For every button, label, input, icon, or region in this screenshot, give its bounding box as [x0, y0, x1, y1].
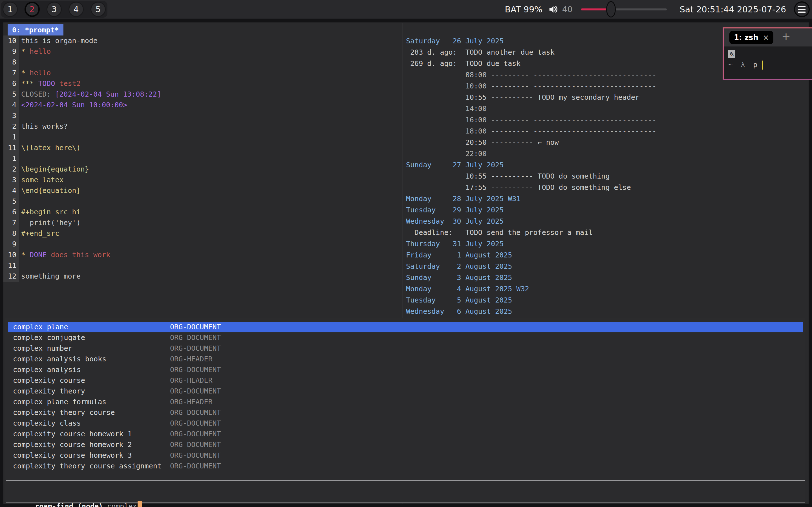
volume-slider[interactable]: [581, 8, 667, 10]
terminal-body[interactable]: % ~ λ p: [724, 47, 812, 69]
code-line[interactable]: 9* hello: [3, 46, 402, 57]
code-line[interactable]: 12something more: [3, 271, 402, 282]
completion-item[interactable]: complexity course homework 1ORG-DOCUMENT: [8, 429, 803, 439]
completion-item[interactable]: complexity courseORG-HEADER: [8, 375, 803, 386]
line-number: 6: [3, 78, 19, 89]
completion-tag: ORG-DOCUMENT: [170, 418, 221, 429]
agenda-row[interactable]: Tuesday 29 July 2025: [403, 205, 809, 216]
completion-item[interactable]: complexity course homework 2ORG-DOCUMENT: [8, 439, 803, 450]
org-buffer-window[interactable]: 10this is organ-mode9* hello87* hello6**…: [3, 36, 402, 282]
completion-tag: ORG-DOCUMENT: [170, 332, 221, 343]
agenda-row[interactable]: 10:00 --------- ------------------------…: [403, 80, 809, 92]
agenda-row[interactable]: 22:00 --------- ------------------------…: [403, 148, 809, 159]
completion-item[interactable]: complex conjugateORG-DOCUMENT: [8, 332, 803, 343]
completion-name: complexity course homework 2: [13, 441, 132, 449]
completion-tag: ORG-DOCUMENT: [170, 450, 221, 461]
line-number: 10: [3, 249, 19, 260]
completion-tag: ORG-DOCUMENT: [170, 364, 221, 375]
code-line[interactable]: 3: [3, 110, 402, 121]
agenda-row[interactable]: Thursday 31 July 2025: [403, 238, 809, 249]
workspace-button-1[interactable]: 1: [3, 2, 18, 17]
syntax-segment: DONE: [30, 251, 51, 259]
workspace-button-2[interactable]: 2: [24, 2, 40, 17]
agenda-row[interactable]: Tuesday 5 August 2025: [403, 295, 809, 306]
code-line[interactable]: 10* DONE does this work: [3, 249, 402, 260]
completion-item[interactable]: complexity theoryORG-DOCUMENT: [8, 386, 803, 397]
agenda-row[interactable]: 18:00 --------- ------------------------…: [403, 126, 809, 137]
line-text: #+begin_src hi: [19, 207, 81, 217]
line-text: [19, 260, 21, 271]
completion-item[interactable]: complexity theory courseORG-DOCUMENT: [8, 407, 803, 418]
agenda-row[interactable]: 16:00 --------- ------------------------…: [403, 114, 809, 126]
agenda-row[interactable]: Wednesday 6 August 2025: [403, 306, 809, 317]
code-line[interactable]: 4<2024-02-04 Sun 10:00:00>: [3, 100, 402, 110]
minibuffer-prompt-line[interactable]: roam-find (node) complex: [10, 486, 142, 500]
code-line[interactable]: 1: [3, 132, 402, 143]
line-number: 1: [3, 132, 19, 143]
code-line[interactable]: 6#+begin_src hi: [3, 207, 402, 217]
agenda-row[interactable]: Wednesday 30 July 2025: [403, 216, 809, 227]
line-number: 9: [3, 239, 19, 249]
hamburger-menu-button[interactable]: [794, 1, 810, 17]
terminal-tab[interactable]: 1: zsh ×: [729, 31, 773, 44]
code-line[interactable]: 2\begin{equation}: [3, 164, 402, 175]
completion-item[interactable]: complexity course homework 3ORG-DOCUMENT: [8, 450, 803, 461]
code-line[interactable]: 11: [3, 260, 402, 271]
completion-item[interactable]: complexity classORG-DOCUMENT: [8, 418, 803, 429]
volume-slider-thumb[interactable]: [606, 1, 616, 17]
code-line[interactable]: 7* hello: [3, 68, 402, 78]
agenda-row[interactable]: 14:00 --------- ------------------------…: [403, 103, 809, 114]
completion-item[interactable]: complex plane formulasORG-HEADER: [8, 397, 803, 407]
completion-item[interactable]: complex planeORG-DOCUMENT: [8, 322, 803, 332]
code-line[interactable]: 9: [3, 239, 402, 249]
prompt-input[interactable]: complex: [107, 502, 137, 507]
agenda-row[interactable]: Monday 4 August 2025 W32: [403, 283, 809, 295]
agenda-row[interactable]: Sunday 27 July 2025: [403, 159, 809, 171]
agenda-row[interactable]: 20:50 ---------- ← now: [403, 137, 809, 148]
code-line[interactable]: 5: [3, 196, 402, 207]
completion-item[interactable]: complex analysis booksORG-HEADER: [8, 354, 803, 364]
code-line[interactable]: 10this is organ-mode: [3, 36, 402, 46]
terminal-input[interactable]: p: [753, 61, 757, 69]
agenda-row[interactable]: Friday 1 August 2025: [403, 249, 809, 261]
agenda-row[interactable]: 10:55 ---------- TODO do something: [403, 171, 809, 182]
line-number: 8: [3, 57, 19, 68]
code-line[interactable]: 5CLOSED: [2024-02-04 Sun 13:08:22]: [3, 89, 402, 100]
code-line[interactable]: 11\(latex here\): [3, 143, 402, 153]
code-line[interactable]: 1: [3, 153, 402, 164]
close-icon[interactable]: ×: [763, 33, 769, 42]
buffer-tab[interactable]: 0: *prompt*: [8, 24, 63, 36]
completion-item[interactable]: complex analysisORG-DOCUMENT: [8, 364, 803, 375]
code-line[interactable]: 2this works?: [3, 121, 402, 132]
agenda-row[interactable]: Sunday 3 August 2025: [403, 272, 809, 283]
line-text: \begin{equation}: [19, 164, 89, 175]
agenda-row[interactable]: 17:55 ---------- TODO do something else: [403, 182, 809, 193]
code-line[interactable]: 8: [3, 57, 402, 68]
completion-item[interactable]: complex numberORG-DOCUMENT: [8, 343, 803, 354]
speaker-icon[interactable]: [548, 4, 559, 15]
code-line[interactable]: 7 print('hey'): [3, 217, 402, 228]
line-number: 5: [3, 196, 19, 207]
workspace-button-3[interactable]: 3: [47, 2, 62, 17]
top-bar: 12345 BAT 99% 40 Sat 20:51:44 2025-07-26: [0, 0, 812, 18]
line-text: [19, 132, 21, 143]
completion-tag: ORG-HEADER: [170, 354, 213, 364]
completion-item[interactable]: complexity theory course assignmentORG-D…: [8, 461, 803, 471]
agenda-row[interactable]: Deadline: TODO send the professor a mail: [403, 227, 809, 238]
agenda-row[interactable]: Monday 28 July 2025 W31: [403, 193, 809, 205]
code-line[interactable]: 6*** TODO test2: [3, 78, 402, 89]
terminal-prompt-line[interactable]: ~ λ p: [728, 61, 812, 69]
code-line[interactable]: 4\end{equation}: [3, 185, 402, 196]
workspace-button-4[interactable]: 4: [68, 2, 84, 17]
code-line[interactable]: 3some latex: [3, 175, 402, 185]
new-tab-icon[interactable]: +: [781, 30, 791, 43]
agenda-row[interactable]: Saturday 2 August 2025: [403, 261, 809, 272]
completion-list[interactable]: complex planeORG-DOCUMENTcomplex conjuga…: [8, 322, 803, 471]
agenda-row[interactable]: 10:55 ---------- TODO my secondary heade…: [403, 92, 809, 103]
workspace-button-5[interactable]: 5: [91, 2, 106, 17]
completion-tag: ORG-DOCUMENT: [170, 322, 221, 332]
syntax-segment: this is organ-mode: [21, 37, 98, 45]
code-line[interactable]: 8#+end_src: [3, 228, 402, 239]
line-number: 8: [3, 228, 19, 239]
workspace-switcher: 12345: [1, 1, 107, 18]
